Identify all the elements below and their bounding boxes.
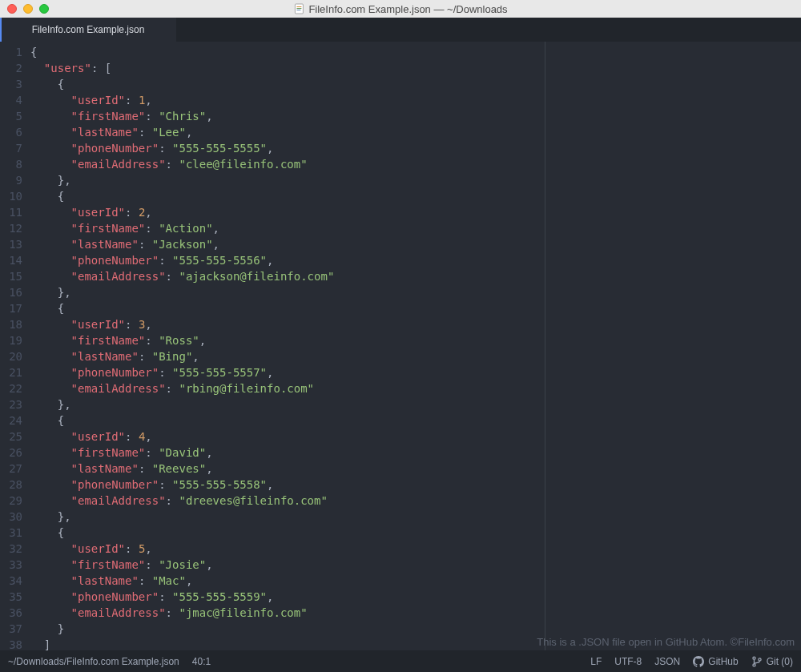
line-number: 5: [0, 108, 22, 124]
line-number: 22: [0, 380, 22, 396]
status-git-label: Git (0): [767, 656, 793, 667]
code-line[interactable]: "phoneNumber": "555-555-5559",: [30, 589, 801, 605]
code-line[interactable]: "userId": 1,: [30, 92, 801, 108]
tab-file[interactable]: FileInfo.com Example.json: [0, 18, 176, 42]
minimize-window-button[interactable]: [23, 4, 33, 14]
line-number: 17: [0, 300, 22, 316]
line-number: 20: [0, 348, 22, 364]
svg-rect-2: [296, 8, 301, 9]
code-line[interactable]: {: [30, 300, 801, 316]
code-line[interactable]: {: [30, 44, 801, 60]
code-line[interactable]: "lastName": "Lee",: [30, 124, 801, 140]
close-window-button[interactable]: [7, 4, 17, 14]
status-git[interactable]: Git (0): [751, 656, 793, 667]
line-number: 32: [0, 541, 22, 557]
line-number: 15: [0, 268, 22, 284]
code-line[interactable]: },: [30, 509, 801, 525]
status-bar: ~/Downloads/FileInfo.com Example.json 40…: [0, 650, 801, 672]
traffic-lights: [0, 4, 49, 14]
code-line[interactable]: "emailAddress": "clee@fileinfo.com": [30, 156, 801, 172]
line-number: 27: [0, 461, 22, 477]
code-line[interactable]: {: [30, 412, 801, 429]
code-line[interactable]: "firstName": "Action",: [30, 220, 801, 236]
status-cursor[interactable]: 40:1: [192, 656, 211, 667]
code-line[interactable]: "firstName": "David",: [30, 445, 801, 461]
line-number: 11: [0, 204, 22, 220]
code-line[interactable]: "userId": 2,: [30, 204, 801, 220]
code-line[interactable]: "phoneNumber": "555-555-5558",: [30, 477, 801, 493]
window-title: FileInfo.com Example.json — ~/Downloads: [293, 3, 507, 15]
code-line[interactable]: "phoneNumber": "555-555-5557",: [30, 364, 801, 380]
titlebar: FileInfo.com Example.json — ~/Downloads: [0, 0, 801, 18]
code-line[interactable]: {: [30, 76, 801, 92]
code-line[interactable]: "lastName": "Mac",: [30, 573, 801, 589]
code-line[interactable]: "userId": 5,: [30, 541, 801, 557]
code-line[interactable]: {: [30, 188, 801, 204]
code-line[interactable]: "emailAddress": "jmac@fileinfo.com": [30, 605, 801, 621]
line-number: 2: [0, 60, 22, 76]
line-number: 19: [0, 332, 22, 348]
wrap-guide: [545, 42, 545, 650]
line-number: 28: [0, 477, 22, 493]
code-line[interactable]: },: [30, 284, 801, 300]
svg-point-6: [759, 658, 761, 660]
code-line[interactable]: "lastName": "Reeves",: [30, 461, 801, 477]
code-content[interactable]: { "users": [ { "userId": 1, "firstName":…: [30, 42, 801, 650]
line-number: 3: [0, 76, 22, 92]
code-line[interactable]: "phoneNumber": "555-555-5556",: [30, 252, 801, 268]
code-line[interactable]: "firstName": "Ross",: [30, 332, 801, 348]
svg-rect-1: [296, 6, 301, 7]
line-number: 13: [0, 236, 22, 252]
line-number: 23: [0, 396, 22, 412]
line-number: 38: [0, 637, 22, 653]
status-github[interactable]: GitHub: [693, 656, 738, 667]
code-line[interactable]: },: [30, 396, 801, 412]
code-line[interactable]: {: [30, 525, 801, 541]
line-number: 37: [0, 621, 22, 637]
line-number: 9: [0, 172, 22, 188]
line-number: 25: [0, 429, 22, 445]
svg-point-4: [753, 657, 755, 659]
code-line[interactable]: "userId": 4,: [30, 429, 801, 445]
line-number: 10: [0, 188, 22, 204]
line-number: 30: [0, 509, 22, 525]
code-line[interactable]: "lastName": "Jackson",: [30, 236, 801, 252]
line-number: 31: [0, 525, 22, 541]
line-number: 4: [0, 92, 22, 108]
file-icon: [293, 3, 304, 14]
line-number: 8: [0, 156, 22, 172]
line-number: 29: [0, 493, 22, 509]
line-number: 6: [0, 124, 22, 140]
tab-label: FileInfo.com Example.json: [32, 24, 145, 35]
line-number: 12: [0, 220, 22, 236]
line-number: 36: [0, 605, 22, 621]
line-number: 34: [0, 573, 22, 589]
code-line[interactable]: "emailAddress": "rbing@fileinfo.com": [30, 380, 801, 396]
window-title-text: FileInfo.com Example.json — ~/Downloads: [308, 3, 507, 15]
status-path[interactable]: ~/Downloads/FileInfo.com Example.json: [8, 656, 179, 667]
editor-area[interactable]: 1234567891011121314151617181920212223242…: [0, 42, 801, 650]
status-grammar[interactable]: JSON: [654, 656, 680, 667]
code-line[interactable]: "users": [: [30, 60, 801, 76]
line-number: 1: [0, 44, 22, 60]
svg-rect-3: [296, 10, 300, 10]
line-number: 35: [0, 589, 22, 605]
watermark-text: This is a .JSON file open in GitHub Atom…: [537, 636, 795, 648]
code-line[interactable]: "userId": 3,: [30, 316, 801, 332]
code-line[interactable]: },: [30, 172, 801, 188]
status-encoding[interactable]: UTF-8: [614, 656, 642, 667]
code-line[interactable]: "emailAddress": "dreeves@fileinfo.com": [30, 493, 801, 509]
line-number: 21: [0, 364, 22, 380]
code-line[interactable]: "firstName": "Josie",: [30, 557, 801, 573]
code-line[interactable]: }: [30, 621, 801, 637]
github-icon: [693, 656, 704, 667]
code-line[interactable]: "phoneNumber": "555-555-5555",: [30, 140, 801, 156]
code-line[interactable]: "emailAddress": "ajackson@fileinfo.com": [30, 268, 801, 284]
code-line[interactable]: "lastName": "Bing",: [30, 348, 801, 364]
code-line[interactable]: "firstName": "Chris",: [30, 108, 801, 124]
line-number: 24: [0, 412, 22, 429]
maximize-window-button[interactable]: [39, 4, 49, 14]
status-line-ending[interactable]: LF: [590, 656, 602, 667]
tab-bar: FileInfo.com Example.json: [0, 18, 801, 42]
status-github-label: GitHub: [708, 656, 738, 667]
